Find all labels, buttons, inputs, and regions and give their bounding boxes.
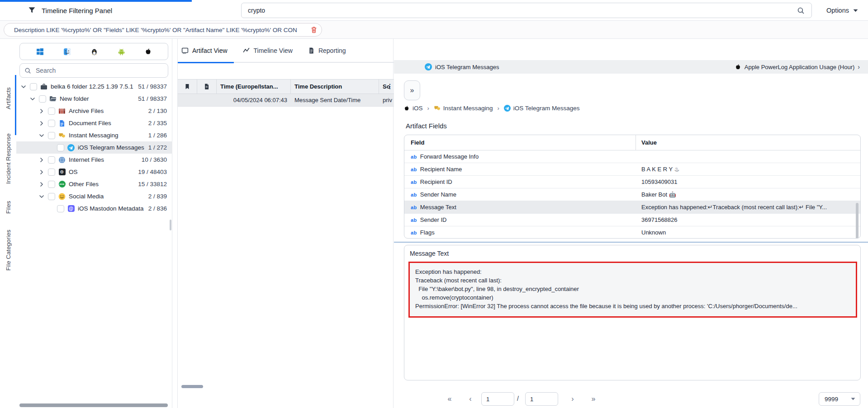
tree-item-document-files[interactable]: Document Files 2 / 335: [16, 117, 172, 129]
options-dropdown[interactable]: Options: [823, 3, 862, 18]
tab-artifact-view[interactable]: Artifact View: [181, 38, 228, 62]
message-text-content[interactable]: Exception has happened: Traceback (most …: [408, 262, 857, 318]
expand-chevron-icon[interactable]: [38, 120, 45, 127]
text-type-icon: ab: [411, 179, 417, 185]
message-text-viewer: Message Text Exception has happened: Tra…: [404, 245, 861, 380]
checkbox[interactable]: [48, 132, 55, 139]
result-row-selected[interactable]: 04/05/2024 06:07:43 Message Sent Date/Ti…: [178, 94, 394, 107]
time-column-header[interactable]: Time (Europe/Istan...: [217, 80, 291, 94]
checkbox[interactable]: [39, 95, 46, 103]
tree-vertical-scrollbar[interactable]: [170, 220, 171, 230]
tab-artifacts[interactable]: Artifacts: [0, 80, 16, 117]
remove-filter-icon[interactable]: [311, 26, 317, 33]
apple-icon[interactable]: [145, 48, 152, 56]
last-page-button[interactable]: »: [587, 392, 600, 406]
tree-item-social-media[interactable]: Social Media 2 / 839: [16, 190, 172, 202]
tree-search-input[interactable]: [35, 66, 163, 75]
field-row-recipient-id[interactable]: abRecipient ID 10593409031: [404, 176, 860, 188]
breadcrumb-artifact[interactable]: iOS Telegram Messages: [504, 105, 580, 112]
text-type-icon: ab: [411, 217, 417, 223]
tree-item-os[interactable]: ⚙ OS 19 / 48403: [16, 166, 172, 178]
breadcrumb-category[interactable]: Instant Messaging: [434, 105, 493, 112]
checkbox[interactable]: [57, 205, 64, 212]
field-row-recipient-name[interactable]: abRecipient Name B A K E R Y ♨: [404, 163, 860, 176]
checkbox[interactable]: [48, 108, 55, 115]
results-panel: Artifact View Timeline View Reporting Ti…: [177, 39, 394, 408]
first-page-button[interactable]: «: [443, 392, 456, 406]
expand-chevron-icon[interactable]: [38, 169, 45, 176]
text-type-icon: ab: [411, 154, 417, 159]
detail-panel: iOS Telegram Messages Apple PowerLog App…: [394, 39, 868, 408]
collapse-chevron-icon[interactable]: [38, 193, 45, 200]
expand-chevron-icon[interactable]: [38, 156, 45, 164]
tree-horizontal-scrollbar[interactable]: [19, 403, 168, 407]
field-row-message-text[interactable]: abMessage Text Exception has happened:↵T…: [404, 201, 860, 214]
linux-tux-icon[interactable]: [90, 48, 98, 56]
field-row-flags[interactable]: abFlags Unknown: [404, 226, 860, 239]
tree-item-internet-files[interactable]: Internet Files 10 / 3630: [16, 154, 172, 166]
checkbox[interactable]: [48, 193, 55, 200]
value-column-header[interactable]: Value: [636, 135, 860, 150]
macos-finder-icon[interactable]: [63, 48, 71, 56]
filter-chip[interactable]: Description LIKE '%crypto%' OR "Fields" …: [4, 23, 322, 37]
next-page-button[interactable]: ›: [566, 392, 579, 406]
column-menu-icon[interactable]: ⋮: [387, 83, 393, 90]
tab-files[interactable]: Files: [0, 195, 16, 220]
collapse-chevron-icon[interactable]: [38, 132, 45, 139]
checkbox[interactable]: [48, 169, 55, 176]
tree-item-ios-mastodon-metadata[interactable]: @ iOS Mastodon Metadata 2 / 836: [16, 202, 172, 215]
current-artifact-link[interactable]: iOS Telegram Messages: [425, 63, 499, 70]
tree-item-new-folder[interactable]: New folder 51 / 98337: [16, 93, 172, 105]
next-artifact-link[interactable]: Apple PowerLog Application Usage (Hour) …: [735, 63, 860, 70]
windows-icon[interactable]: [36, 48, 44, 56]
active-filters-bar: Description LIKE '%crypto%' OR "Fields" …: [0, 21, 868, 39]
previous-page-button[interactable]: ‹: [464, 392, 477, 406]
tab-timeline-view[interactable]: Timeline View: [243, 38, 293, 62]
view-tabs: Artifact View Timeline View Reporting: [178, 39, 394, 63]
report-icon: [308, 47, 315, 54]
bookmark-column-header[interactable]: [178, 80, 197, 94]
field-column-header[interactable]: Field: [404, 135, 636, 150]
expand-chevron-icon[interactable]: [38, 181, 45, 188]
collapse-chevron-icon[interactable]: [29, 95, 36, 103]
source-column-header[interactable]: So ⋮: [379, 80, 394, 94]
window-icon: [181, 47, 189, 54]
breadcrumb-separator: ›: [497, 105, 499, 112]
tree-item-case-root[interactable]: belka 6 folder 12.25 1.39 7.5.1 51 / 983…: [16, 80, 172, 93]
time-description-column-header[interactable]: Time Description: [291, 80, 379, 94]
tree-item-archive-files[interactable]: Archive Files 2 / 130: [16, 105, 172, 117]
page-size-select[interactable]: 9999: [819, 392, 860, 406]
expand-chevron-icon[interactable]: [38, 108, 45, 115]
field-row-forward-message-info[interactable]: abForward Message Info: [404, 150, 860, 163]
tree-item-other-files[interactable]: ••• Other Files 15 / 33812: [16, 178, 172, 190]
breadcrumb-separator: ›: [427, 105, 429, 112]
results-horizontal-scrollbar[interactable]: [181, 385, 203, 388]
collapse-chevron-icon[interactable]: [20, 83, 27, 90]
panel-splitter[interactable]: [394, 242, 868, 243]
tab-reporting[interactable]: Reporting: [308, 38, 346, 62]
chat-bubbles-icon: [58, 132, 66, 139]
tree-item-ios-telegram-messages[interactable]: iOS Telegram Messages 1 / 272: [16, 141, 172, 154]
timeline-search-input[interactable]: [241, 3, 812, 18]
breadcrumb-os[interactable]: iOS: [404, 105, 423, 112]
collapse-detail-button[interactable]: »: [404, 80, 420, 100]
current-page-input[interactable]: [481, 392, 514, 406]
checkbox[interactable]: [30, 83, 37, 90]
total-pages-input[interactable]: [525, 392, 558, 406]
file-column-header[interactable]: [197, 80, 217, 94]
fields-vertical-scrollbar[interactable]: [856, 203, 859, 239]
field-row-sender-name[interactable]: abSender Name Baker Bot 🤖: [404, 188, 860, 201]
field-row-sender-id[interactable]: abSender ID 36971568826: [404, 214, 860, 226]
checkbox[interactable]: [48, 156, 55, 164]
checkbox[interactable]: [48, 120, 55, 127]
tree-item-instant-messaging[interactable]: Instant Messaging 1 / 286: [16, 129, 172, 141]
artifact-tree: belka 6 folder 12.25 1.39 7.5.1 51 / 983…: [16, 80, 172, 215]
search-icon[interactable]: [797, 7, 805, 14]
checkbox[interactable]: [48, 181, 55, 188]
os-gear-icon: ⚙: [58, 169, 66, 176]
mastodon-icon: @: [67, 205, 75, 212]
tab-file-categories[interactable]: File Categories: [0, 220, 16, 280]
android-icon[interactable]: [118, 48, 125, 56]
checkbox[interactable]: [57, 144, 64, 151]
tab-incident-response[interactable]: Incident Response: [0, 122, 16, 195]
